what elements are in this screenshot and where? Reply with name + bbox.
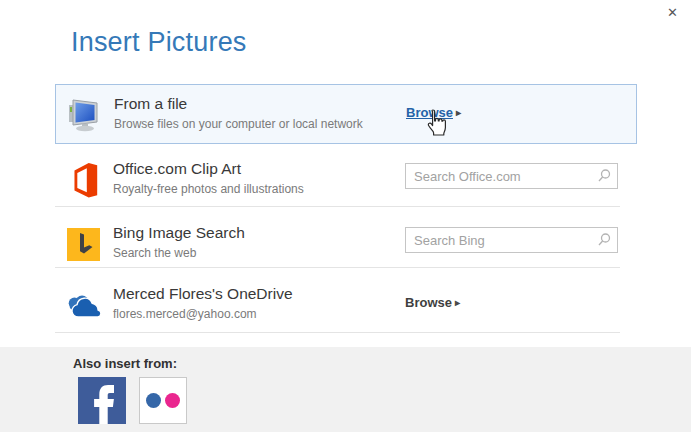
row-subtitle: Royalty-free photos and illustrations <box>113 181 304 197</box>
row-onedrive: Merced Flores's OneDrive flores.merced@y… <box>55 277 637 337</box>
insert-pictures-dialog: ✕ Insert Pictures From a file Browse fil… <box>0 0 691 432</box>
bing-logo-icon <box>63 224 103 264</box>
chevron-right-icon: ▸ <box>456 107 461 118</box>
office-logo-icon <box>63 160 103 200</box>
also-insert-footer: Also insert from: <box>0 347 691 432</box>
search-icon[interactable] <box>596 232 612 252</box>
row-subtitle: Search the web <box>113 245 245 261</box>
divider <box>55 206 620 207</box>
onedrive-cloud-icon <box>63 287 103 327</box>
facebook-tile[interactable] <box>78 377 126 424</box>
also-insert-label: Also insert from: <box>73 356 177 371</box>
row-title: From a file <box>114 94 363 114</box>
row-title: Office.com Clip Art <box>113 159 304 179</box>
browse-file-link[interactable]: Browse▸ <box>406 105 461 120</box>
row-from-file[interactable]: From a file Browse files on your compute… <box>55 84 637 144</box>
computer-icon <box>64 95 104 135</box>
page-title: Insert Pictures <box>71 27 247 58</box>
row-subtitle: Browse files on your computer or local n… <box>114 116 363 132</box>
row-title: Merced Flores's OneDrive <box>113 284 293 304</box>
row-bing-search: Bing Image Search Search the web <box>55 214 637 274</box>
search-icon[interactable] <box>596 168 612 188</box>
flickr-blue-dot-icon <box>146 393 161 408</box>
divider <box>55 332 620 333</box>
row-subtitle: flores.merced@yahoo.com <box>113 306 293 322</box>
flickr-pink-dot-icon <box>165 393 180 408</box>
flickr-tile[interactable] <box>139 377 187 424</box>
row-office-clipart: Office.com Clip Art Royalty-free photos … <box>55 150 637 210</box>
facebook-icon <box>78 377 126 424</box>
browse-onedrive-link[interactable]: Browse▸ <box>405 295 460 310</box>
row-title: Bing Image Search <box>113 223 245 243</box>
chevron-right-icon: ▸ <box>455 297 460 308</box>
search-bing-input[interactable] <box>405 227 618 253</box>
search-office-input[interactable] <box>405 163 618 189</box>
close-icon[interactable]: ✕ <box>663 3 682 22</box>
divider <box>55 267 620 268</box>
